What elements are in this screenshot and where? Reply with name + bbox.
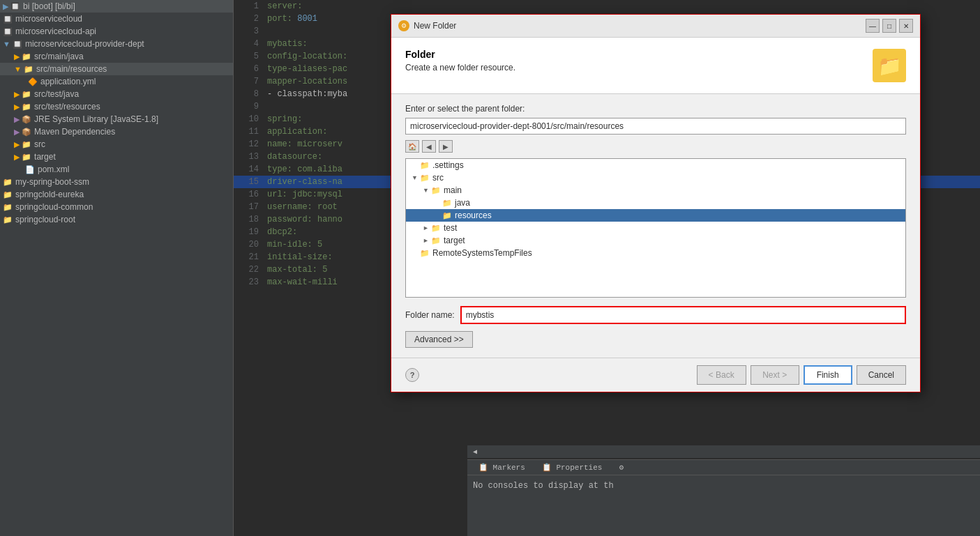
tree-item-settings[interactable]: 📁 .settings xyxy=(406,159,905,171)
bottom-content-area: No consoles to display at th xyxy=(467,475,980,496)
tree-expand-main: ▼ xyxy=(423,187,430,194)
dialog-parent-path-input[interactable] xyxy=(405,118,906,135)
sidebar-item-pom[interactable]: 📄 pom.xml xyxy=(0,163,233,176)
sidebar-item-springcloud-common[interactable]: 📁 springcloud-common xyxy=(0,201,233,213)
sidebar-item-provider-dept[interactable]: ▼ 🔲 microservicecloud-provider-dept xyxy=(0,38,233,50)
finish-button[interactable]: Finish xyxy=(804,365,852,385)
file-icon-yml: 🔶 xyxy=(28,77,38,86)
footer-left: ? xyxy=(405,368,419,382)
dialog-body: Enter or select the parent folder: 🏠 ◀ ▶… xyxy=(391,94,920,358)
tree-expand-test: ► xyxy=(423,224,430,231)
project-icon-bi: ▶ 🔲 xyxy=(3,2,20,11)
dialog-parent-label: Enter or select the parent folder: xyxy=(405,104,906,114)
tree-item-test[interactable]: ► 📁 test xyxy=(406,222,905,234)
dialog-folder-tree[interactable]: 📁 .settings ▼ 📁 src ▼ 📁 main 📁 java xyxy=(405,158,906,298)
sidebar-item-target[interactable]: ▶ 📁 target xyxy=(0,151,233,163)
sidebar-item-src-main-resources[interactable]: ▼ 📁 src/main/resources xyxy=(0,63,233,75)
tree-expand-src: ▼ xyxy=(412,174,419,181)
folder-icon-stj: ▶ 📁 xyxy=(14,90,31,99)
cancel-button[interactable]: Cancel xyxy=(857,365,906,385)
dialog-footer: ? < Back Next > Finish Cancel xyxy=(391,358,920,392)
dialog-titlebar: ⚙ New Folder — □ ✕ xyxy=(391,15,920,38)
sidebar-item-src-main-java[interactable]: ▶ 📁 src/main/java xyxy=(0,50,233,63)
folder-icon-msb: 📁 xyxy=(3,178,13,187)
dialog-title-left: ⚙ New Folder xyxy=(398,20,456,31)
bottom-content-text: No consoles to display at th xyxy=(473,481,614,491)
tree-item-src[interactable]: ▼ 📁 src xyxy=(406,171,905,184)
folder-icon-smr: ▼ 📁 xyxy=(14,65,33,74)
folder-name-row: Folder name: xyxy=(405,306,906,324)
dialog-nav-bar: 🏠 ◀ ▶ xyxy=(405,139,906,154)
folder-icon-smj: ▶ 📁 xyxy=(14,52,31,61)
help-button[interactable]: ? xyxy=(405,368,419,382)
advanced-button[interactable]: Advanced >> xyxy=(405,331,473,348)
tree-item-remote-systems[interactable]: 📁 RemoteSystemsTempFiles xyxy=(406,247,905,259)
sidebar-scroll[interactable]: ▶ 🔲 bi [boot] [bi/bi] 🔲 microserviceclou… xyxy=(0,0,233,536)
dialog-title-icon: ⚙ xyxy=(398,20,409,31)
dialog-maximize-button[interactable]: □ xyxy=(882,19,896,33)
footer-right: < Back Next > Finish Cancel xyxy=(697,365,906,385)
folder-icon-test: 📁 xyxy=(431,224,441,233)
sidebar-item-maven[interactable]: ▶ 📦 Maven Dependencies xyxy=(0,125,233,138)
dialog-header-text: Folder Create a new folder resource. xyxy=(405,49,515,72)
jar-icon-jre: ▶ 📦 xyxy=(14,115,31,124)
tab-settings[interactable]: ⚙ xyxy=(613,461,629,473)
project-icon-mc: 🔲 xyxy=(3,15,13,24)
tab-markers[interactable]: 📋 Markers xyxy=(473,461,531,473)
project-explorer: ▶ 🔲 bi [boot] [bi/bi] 🔲 microserviceclou… xyxy=(0,0,234,536)
next-button[interactable]: Next > xyxy=(751,365,799,385)
tree-item-main[interactable]: ▼ 📁 main xyxy=(406,184,905,197)
code-line-1: 1 server: xyxy=(234,0,980,13)
project-icon-mca: 🔲 xyxy=(3,27,13,36)
folder-icon-resources: 📁 xyxy=(442,211,452,220)
jar-icon-maven: ▶ 📦 xyxy=(14,128,31,137)
tree-item-java[interactable]: 📁 java xyxy=(406,197,905,209)
tree-item-target[interactable]: ► 📁 target xyxy=(406,234,905,247)
sidebar-item-application-yml[interactable]: 🔶 application.yml xyxy=(0,75,233,88)
folder-icon-sr: 📁 xyxy=(3,215,13,224)
folder-icon-src: ▶ 📁 xyxy=(14,140,31,149)
dialog-controls: — □ ✕ xyxy=(866,19,913,33)
sidebar-item-bi[interactable]: ▶ 🔲 bi [boot] [bi/bi] xyxy=(0,0,233,13)
editor-scroll-arrow[interactable]: ◀ xyxy=(473,447,477,456)
sidebar-item-microservicecloud[interactable]: 🔲 microservicecloud xyxy=(0,13,233,25)
bottom-tabs-bar: 📋 Markers 📋 Properties ⚙ xyxy=(467,460,980,475)
dialog-title-text: New Folder xyxy=(414,21,456,31)
dialog-header-title: Folder xyxy=(405,49,515,60)
dialog-close-button[interactable]: ✕ xyxy=(899,19,913,33)
bottom-panel: 📋 Markers 📋 Properties ⚙ No consoles to … xyxy=(467,459,980,536)
tree-expand-target: ► xyxy=(423,237,430,244)
folder-icon-str: ▶ 📁 xyxy=(14,102,31,112)
folder-icon-sc: 📁 xyxy=(3,203,13,212)
folder-icon-src: 📁 xyxy=(420,174,430,183)
nav-back-button[interactable]: ◀ xyxy=(422,140,436,153)
nav-forward-button[interactable]: ▶ xyxy=(439,140,453,153)
sidebar-item-src[interactable]: ▶ 📁 src xyxy=(0,138,233,151)
sidebar-item-springclold-eureka[interactable]: 📁 springclold-eureka xyxy=(0,188,233,201)
sidebar-item-jre[interactable]: ▶ 📦 JRE System Library [JavaSE-1.8] xyxy=(0,113,233,125)
folder-icon-target: ▶ 📁 xyxy=(14,153,31,162)
project-icon-pd: ▼ 🔲 xyxy=(3,40,22,49)
file-icon-pom: 📄 xyxy=(25,165,35,174)
dialog-folder-icon: 📁 xyxy=(873,49,906,82)
folder-icon-main: 📁 xyxy=(431,186,441,195)
sidebar-item-my-spring-boot[interactable]: 📁 my-spring-boot-ssm xyxy=(0,176,233,188)
folder-name-label: Folder name: xyxy=(405,310,455,320)
folder-icon-target-tree: 📁 xyxy=(431,236,441,245)
nav-home-button[interactable]: 🏠 xyxy=(405,140,419,153)
sidebar-item-microservicecloud-api[interactable]: 🔲 microservicecloud-api xyxy=(0,25,233,38)
folder-icon-remote: 📁 xyxy=(420,249,430,258)
folder-name-input[interactable] xyxy=(460,306,906,324)
sidebar-item-springcloud-root[interactable]: 📁 springcloud-root xyxy=(0,213,233,226)
folder-icon-java: 📁 xyxy=(442,199,452,208)
folder-icon-se: 📁 xyxy=(3,190,13,199)
tab-properties[interactable]: 📋 Properties xyxy=(536,461,608,473)
dialog-minimize-button[interactable]: — xyxy=(866,19,880,33)
folder-icon-settings: 📁 xyxy=(420,161,430,170)
tree-item-resources[interactable]: 📁 resources xyxy=(406,209,905,222)
back-button[interactable]: < Back xyxy=(697,365,746,385)
sidebar-item-src-test-java[interactable]: ▶ 📁 src/test/java xyxy=(0,88,233,100)
sidebar-item-src-test-resources[interactable]: ▶ 📁 src/test/resources xyxy=(0,100,233,113)
dialog-header-desc: Create a new folder resource. xyxy=(405,63,515,72)
new-folder-dialog: ⚙ New Folder — □ ✕ Folder Create a new f… xyxy=(391,14,921,392)
